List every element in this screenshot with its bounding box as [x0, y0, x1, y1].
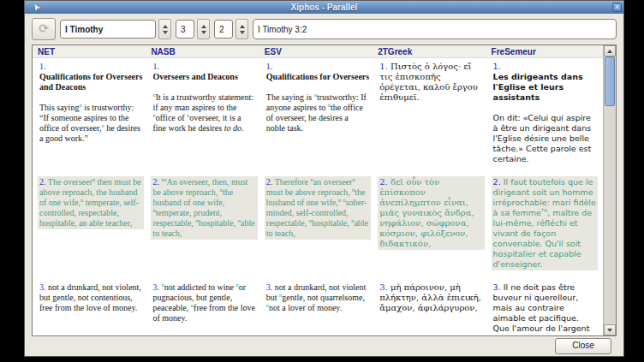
- scroll-down-icon: [607, 329, 612, 332]
- verse-2tgreek-1[interactable]: 1. Πιστὸς ὁ λόγος· εἴ τις ἐπισκοπῆς ὀρέγ…: [378, 61, 484, 104]
- chapter-input[interactable]: [176, 20, 194, 39]
- footnote-marker[interactable]: n: [314, 92, 317, 98]
- footnote-marker[interactable]: n: [152, 92, 155, 98]
- verse-text: 3. Il ne doit pas être buveur ni querell…: [493, 282, 596, 335]
- verse-number: 2.: [266, 177, 275, 187]
- verse-nasb-1[interactable]: 1.Overseers and DeaconsnIt is a trustwor…: [151, 61, 257, 134]
- footnote-marker[interactable]: n: [311, 176, 313, 182]
- verse-fresemeur-2[interactable]: 2. Il faut toutefois que le dirigeant so…: [492, 176, 598, 270]
- scrollbar-thumb[interactable]: [605, 56, 615, 106]
- verse-esv-2[interactable]: 2. Therefore nan overseern must be above…: [265, 176, 371, 240]
- verse-net-3[interactable]: 3. not a drunkard, not violent, but gent…: [38, 282, 144, 314]
- spin-down-icon[interactable]: [163, 31, 168, 34]
- spin-down-icon[interactable]: [240, 31, 245, 34]
- verse-text: 2. The overseern then must be above repr…: [39, 177, 142, 228]
- italic-text: to do: [224, 123, 242, 133]
- verse-esv-3[interactable]: 3. not a drunkard, not violent but ngent…: [265, 282, 371, 314]
- cell-2tgreek-v2: 2. δεῖ οὖν τὸν ἐπίσκοπον ἀνεπίλημπτον εἶ…: [378, 174, 484, 279]
- verse-row-1: 1.Qualifications for Overseers and Deaco…: [33, 58, 603, 174]
- footnote-marker[interactable]: n: [309, 217, 312, 223]
- book-input[interactable]: [60, 20, 156, 39]
- scroll-down-button[interactable]: [604, 324, 616, 335]
- footnote-marker[interactable]: n: [351, 217, 354, 223]
- verse-number: 2.: [152, 177, 161, 187]
- verse-number: 3.: [379, 282, 391, 292]
- footnote-marker[interactable]: n: [79, 102, 81, 108]
- cell-2tgreek-v1: 1. Πιστὸς ὁ λόγος· εἴ τις ἐπισκοπῆς ὀρέγ…: [378, 58, 484, 174]
- dialog-footer: Close: [25, 336, 623, 356]
- footnote-marker[interactable]: n: [187, 112, 189, 118]
- verse-number: 2.: [39, 177, 48, 187]
- verse-nasb-2[interactable]: 2. naAn overseer, then, must be above re…: [151, 176, 257, 240]
- cell-net-v1: 1.Qualifications for Overseers and Deaco…: [38, 58, 144, 174]
- cell-net-v2: 2. The overseern then must be above repr…: [38, 174, 144, 279]
- verse-2tgreek-3[interactable]: 3. μὴ πάροινον, μὴ πλήκτην, ἀλλὰ ἐπιεικῆ…: [378, 282, 484, 314]
- scroll-up-button[interactable]: [604, 45, 616, 56]
- titlebar[interactable]: ➤ Xiphos - Parallel ✕: [25, 1, 623, 14]
- footnote-marker[interactable]: n: [92, 176, 95, 182]
- footnote-marker[interactable]: n: [161, 282, 164, 288]
- verse-number: 3.: [493, 282, 504, 292]
- verse-text: 2. Therefore nan overseern must be above…: [266, 177, 369, 239]
- footnote-marker[interactable]: n: [101, 122, 104, 128]
- cell-nasb-v3: 3. nnot addicted to wine nor pugnacious,…: [151, 279, 257, 335]
- footnote-marker[interactable]: n: [328, 102, 331, 108]
- footnote-marker[interactable]: n: [279, 292, 282, 298]
- verse-number: 3.: [152, 282, 161, 292]
- spin-down-icon[interactable]: [201, 31, 206, 34]
- spin-up-icon[interactable]: [201, 25, 206, 28]
- footnote-marker[interactable]: n: [338, 197, 341, 203]
- footnote-marker[interactable]: n: [266, 302, 269, 308]
- verse-number: 2.: [379, 177, 391, 187]
- verse-input[interactable]: [214, 20, 233, 39]
- footnote-marker[interactable]: n: [353, 176, 355, 182]
- verse-fresemeur-1[interactable]: 1.Les dirigeants dans l'Eglise et leurs …: [492, 61, 598, 165]
- scrollbar-track[interactable]: [604, 56, 616, 324]
- cell-esv-v2: 2. Therefore nan overseern must be above…: [265, 174, 371, 279]
- verse-number: 1.: [39, 62, 142, 72]
- spin-up-icon[interactable]: [240, 25, 245, 28]
- column-header-net: NET: [38, 47, 144, 56]
- verse-row-2: 2. The overseern then must be above repr…: [33, 174, 603, 279]
- verse-net-1[interactable]: 1.Qualifications for Overseers and Deaco…: [38, 61, 144, 145]
- verse-net-2[interactable]: 2. The overseern then must be above repr…: [38, 176, 144, 229]
- reference-input[interactable]: [253, 19, 617, 39]
- verse-esv-1[interactable]: 1.Qualifications for OverseersThe saying…: [265, 61, 371, 134]
- cell-esv-v1: 1.Qualifications for OverseersThe saying…: [265, 58, 371, 174]
- verse-spinner[interactable]: [236, 19, 248, 39]
- footnote-marker[interactable]: n: [352, 187, 355, 193]
- spin-up-icon[interactable]: [163, 25, 168, 28]
- footnote-marker[interactable]: n: [236, 282, 239, 288]
- parallel-text-area: NETNASBESV2TGreekFreSemeur 1.Qualificati…: [33, 45, 603, 335]
- verse-2tgreek-2[interactable]: 2. δεῖ οὖν τὸν ἐπίσκοπον ἀνεπίλημπτον εἶ…: [378, 176, 484, 250]
- verse-fresemeur-3[interactable]: 3. Il ne doit pas être buveur ni querell…: [492, 282, 598, 335]
- close-button[interactable]: Close: [555, 338, 611, 354]
- cell-nasb-v2: 2. naAn overseer, then, must be above re…: [151, 174, 257, 279]
- column-header-row: NETNASBESV2TGreekFreSemeur: [33, 45, 603, 58]
- footnote-marker[interactable]: n: [343, 197, 345, 203]
- window-close-icon[interactable]: ✕: [612, 3, 622, 12]
- verse-text: 2. naAn overseer, then, must be above re…: [152, 177, 255, 239]
- footnote-marker[interactable]: a: [164, 176, 167, 182]
- chapter-spinner[interactable]: [197, 19, 210, 39]
- footnote-marker[interactable]: n: [152, 112, 155, 118]
- verse-text: This sayingn is trustworthy: “If someone…: [39, 103, 142, 144]
- vertical-scrollbar[interactable]: [603, 45, 616, 335]
- verse-text: 3. not a drunkard, not violent but ngent…: [266, 282, 369, 313]
- verse-text: 3. nnot addicted to wine nor pugnacious,…: [152, 282, 255, 323]
- verse-nasb-3[interactable]: 3. nnot addicted to wine nor pugnacious,…: [151, 282, 257, 324]
- cell-esv-v3: 3. not a drunkard, not violent but ngent…: [265, 279, 371, 335]
- window-title: Xiphos - Parallel: [25, 3, 623, 12]
- footnote-marker[interactable]: n: [80, 197, 83, 203]
- section-heading: Qualifications for Overseers: [266, 72, 369, 82]
- footnote-marker[interactable]: n: [152, 207, 155, 213]
- footnote-marker[interactable]: n: [238, 217, 241, 223]
- footnote-marker[interactable]: *n: [541, 207, 547, 214]
- refresh-button[interactable]: ⟳: [32, 18, 56, 40]
- verse-text: 2. δεῖ οὖν τὸν ἐπίσκοπον ἀνεπίλημπτον εἶ…: [379, 177, 482, 249]
- footnote-marker[interactable]: n: [220, 187, 223, 193]
- book-spinner[interactable]: [158, 19, 171, 39]
- footnote-marker[interactable]: n: [191, 302, 194, 308]
- column-header-fresemeur: FreSemeur: [492, 47, 598, 56]
- footnote-marker[interactable]: n: [195, 217, 198, 223]
